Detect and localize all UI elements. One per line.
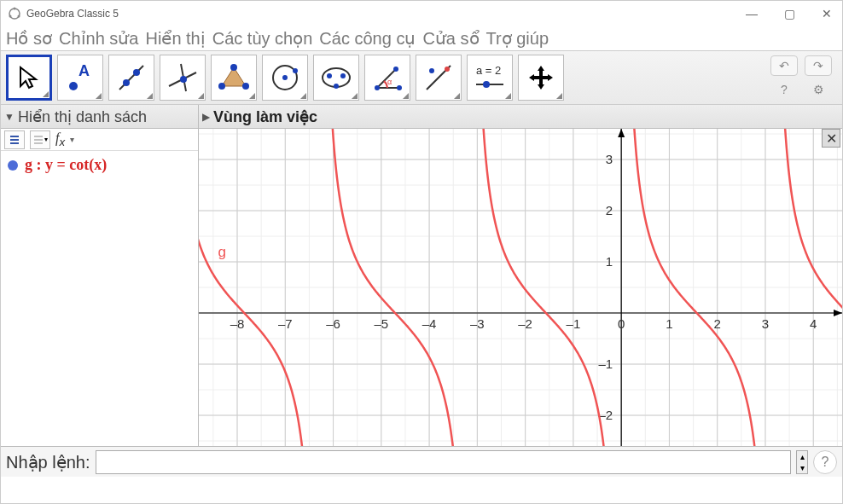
graphics-title: Vùng làm việc [213,107,317,126]
algebra-item-g[interactable]: g : y = cot(x) [1,151,198,179]
svg-text:–3: –3 [470,316,485,331]
ellipse-icon [319,61,353,95]
svg-text:1: 1 [666,316,672,331]
svg-point-3 [9,15,12,18]
close-icon: ✕ [826,130,837,147]
redo-button[interactable]: ↷ [805,55,832,76]
svg-text:0: 0 [618,316,625,331]
alg-sort-button[interactable]: ▾ [30,130,50,149]
cursor-icon [15,64,43,91]
svg-point-5 [69,82,78,90]
svg-point-17 [282,75,288,80]
input-bar: Nhập lệnh: ▴▾ ? [1,446,842,477]
history-spinner[interactable]: ▴▾ [796,450,808,474]
expand-icon: ▶ [202,111,210,123]
line-icon [114,61,148,95]
svg-text:–1: –1 [567,316,581,331]
svg-point-22 [334,84,339,89]
algebra-toolbar: ▾ fx▾ [1,129,198,151]
help-icon: ? [822,455,829,470]
tool-circle[interactable] [262,55,308,101]
undo-button[interactable]: ↶ [770,55,798,76]
menu-help[interactable]: Trợ giúp [486,28,549,49]
svg-point-2 [18,15,20,18]
svg-text:a = 2: a = 2 [476,64,501,77]
svg-text:–6: –6 [326,316,340,331]
toolbar: A α a = 2 ↶ ↷ [1,50,842,105]
tool-slider[interactable]: a = 2 [467,55,513,101]
titlebar: GeoGebra Classic 5 — ▢ ✕ [1,1,842,26]
alg-list-button[interactable] [4,130,25,149]
algebra-header[interactable]: ▼ Hiển thị danh sách [1,105,198,129]
svg-point-28 [393,67,398,72]
maximize-button[interactable]: ▢ [781,7,798,20]
algebra-title: Hiển thị danh sách [18,107,147,126]
circle-icon [268,61,302,95]
tool-point[interactable]: A [57,55,103,101]
minimize-button[interactable]: — [743,7,760,20]
algebra-expression: g : y = cot(x) [25,156,107,174]
svg-text:2: 2 [714,316,721,331]
tool-line[interactable] [108,55,154,101]
svg-text:–7: –7 [278,316,293,331]
perpendicular-icon [166,61,200,95]
app-logo-icon [8,7,21,20]
svg-text:–5: –5 [374,316,388,331]
command-input[interactable] [96,450,792,474]
menu-window[interactable]: Cửa sổ [422,28,479,49]
svg-point-31 [445,67,450,72]
angle-icon: α [370,61,404,95]
svg-point-34 [483,81,490,88]
menu-tools[interactable]: Các công cụ [319,28,416,49]
svg-text:3: 3 [762,316,769,331]
svg-text:α: α [387,78,392,86]
input-help-button[interactable]: ? [813,450,837,474]
tool-angle[interactable]: α [364,55,410,101]
svg-text:3: 3 [606,152,613,166]
slider-icon: a = 2 [471,61,509,95]
svg-point-26 [375,85,380,90]
svg-point-21 [340,73,346,78]
undo-icon: ↶ [779,59,789,72]
menu-file[interactable]: Hồ sơ [6,28,52,49]
chevron-down-icon: ▾ [797,462,807,473]
fx-dropdown-icon[interactable]: ▾ [70,135,74,144]
svg-line-6 [119,66,143,90]
svg-point-13 [230,64,237,71]
input-label: Nhập lệnh: [6,452,90,472]
settings-button[interactable]: ⚙ [805,79,832,100]
menu-options[interactable]: Các tùy chọn [212,28,313,49]
graphics-header[interactable]: ▶ Vùng làm việc [199,105,842,129]
tool-ellipse[interactable] [313,55,359,101]
svg-text:1: 1 [606,254,613,269]
svg-point-11 [180,76,187,83]
menu-view[interactable]: Hiển thị [146,28,206,49]
menu-edit[interactable]: Chỉnh sửa [59,28,139,49]
visibility-bullet[interactable] [8,160,18,171]
tool-reflect[interactable] [416,55,462,101]
help-icon: ? [781,83,788,96]
tool-move-view[interactable] [518,55,564,101]
svg-text:–8: –8 [230,316,245,331]
sort-icon [32,134,44,146]
panel-close-button[interactable]: ✕ [822,129,840,148]
menubar: Hồ sơ Chỉnh sửa Hiển thị Các tùy chọn Cá… [1,26,842,50]
algebra-panel: ▼ Hiển thị danh sách ▾ fx▾ g : y = cot(x… [1,105,199,446]
graphics-view[interactable]: ✕ –8–7–6–5–4–3–2–101234–2–1123g [199,129,842,446]
svg-text:–1: –1 [598,356,613,371]
list-icon [9,134,20,146]
close-button[interactable]: ✕ [818,7,835,20]
window-title: GeoGebra Classic 5 [26,8,119,20]
chevron-up-icon: ▴ [797,451,807,462]
plot-canvas[interactable]: –8–7–6–5–4–3–2–101234–2–1123g [199,129,842,446]
tool-perpendicular[interactable] [160,55,206,101]
svg-point-7 [123,79,130,86]
tool-move[interactable] [6,55,52,101]
pan-icon [526,62,556,93]
point-icon: A [63,61,97,95]
svg-point-27 [397,85,402,90]
collapse-icon: ▼ [4,111,15,123]
tool-polygon[interactable] [211,55,257,101]
help-icon-button[interactable]: ? [770,79,798,100]
svg-text:4: 4 [810,316,817,331]
